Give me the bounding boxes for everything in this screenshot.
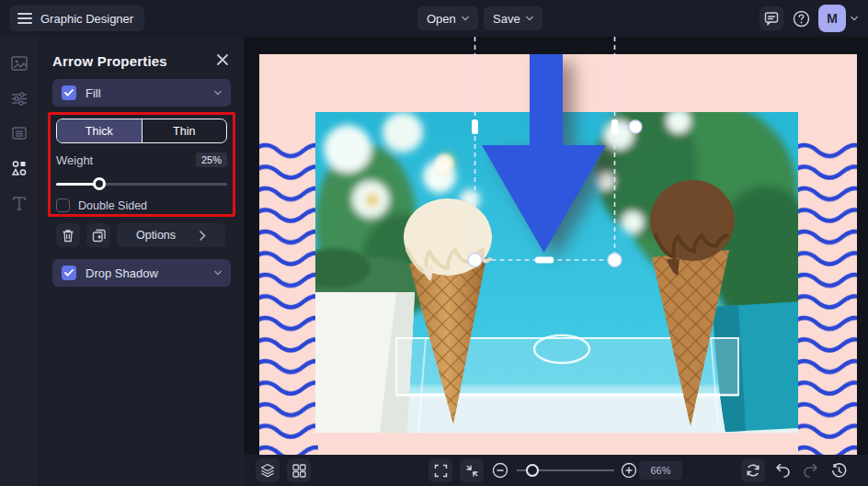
artboard[interactable] xyxy=(259,54,857,455)
plus-circle-icon xyxy=(621,462,637,479)
minus-circle-icon xyxy=(492,462,508,479)
save-button[interactable]: Save xyxy=(484,6,542,30)
undo-button[interactable] xyxy=(771,458,794,482)
fill-label: Fill xyxy=(86,86,205,100)
zoom-slider-thumb[interactable] xyxy=(526,464,539,477)
weight-label: Weight xyxy=(56,153,196,167)
thickness-option-thin[interactable]: Thin xyxy=(142,119,227,142)
weight-slider[interactable] xyxy=(56,176,227,191)
zoom-out-button[interactable] xyxy=(488,458,512,482)
pages-icon xyxy=(10,124,29,142)
drop-shadow-label: Drop Shadow xyxy=(86,266,205,280)
avatar-initial: M xyxy=(827,11,838,26)
layers-button[interactable] xyxy=(256,458,280,482)
weight-value[interactable]: 25% xyxy=(196,153,227,167)
check-icon xyxy=(64,89,74,96)
pages-grid-button[interactable] xyxy=(287,458,311,482)
top-bar: Graphic Designer Open Save M xyxy=(0,0,868,37)
hamburger-icon xyxy=(17,13,32,24)
drop-shadow-checkbox[interactable] xyxy=(62,266,76,280)
layers-icon xyxy=(260,463,275,478)
image-icon xyxy=(10,54,29,73)
options-button-label: Options xyxy=(136,229,176,242)
actions-row: Options xyxy=(56,223,225,247)
sidebar-item-adjustments[interactable] xyxy=(9,88,29,108)
double-sided-checkbox[interactable] xyxy=(56,198,70,212)
chevron-down-icon xyxy=(214,89,222,96)
history-button[interactable] xyxy=(827,458,851,482)
chevron-right-icon xyxy=(200,231,206,241)
history-icon xyxy=(831,463,847,479)
sidebar-item-pages[interactable] xyxy=(9,123,29,143)
redo-icon xyxy=(803,464,818,478)
sidebar-item-text[interactable] xyxy=(9,193,29,213)
app-title: Graphic Designer xyxy=(40,12,133,26)
canvas-viewport[interactable] xyxy=(244,37,868,455)
account-chevron-icon[interactable] xyxy=(851,15,858,22)
duplicate-button[interactable] xyxy=(86,223,110,247)
refresh-button[interactable] xyxy=(741,458,765,482)
save-button-label: Save xyxy=(493,12,520,26)
double-sided-label: Double Sided xyxy=(78,199,147,212)
shrink-icon xyxy=(465,464,479,478)
grid-icon xyxy=(292,464,306,478)
weight-slider-thumb[interactable] xyxy=(93,177,106,190)
delete-button[interactable] xyxy=(56,223,80,247)
adjustments-icon xyxy=(10,89,29,107)
drop-shadow-row[interactable]: Drop Shadow xyxy=(52,259,231,287)
arrow-element[interactable] xyxy=(259,54,857,455)
fullscreen-button[interactable] xyxy=(428,458,452,482)
sidebar-item-shapes[interactable] xyxy=(9,158,29,178)
duplicate-icon xyxy=(92,229,106,243)
panel-title: Arrow Properties xyxy=(52,53,167,69)
arrow-properties-panel: Arrow Properties Fill Thick Thin Weight … xyxy=(40,37,244,486)
help-icon xyxy=(793,10,810,28)
close-icon[interactable] xyxy=(216,53,229,66)
fullscreen-icon xyxy=(434,464,448,478)
thickness-toggle: Thick Thin xyxy=(56,119,227,143)
chevron-down-icon xyxy=(526,15,533,22)
zoom-level[interactable]: 66% xyxy=(639,461,682,480)
shapes-icon xyxy=(10,159,29,177)
zoom-slider[interactable] xyxy=(517,463,614,478)
tool-rail xyxy=(0,37,40,486)
app-menu-button[interactable]: Graphic Designer xyxy=(9,6,144,31)
chevron-down-icon xyxy=(214,269,222,277)
fill-checkbox[interactable] xyxy=(62,85,76,100)
open-button-label: Open xyxy=(427,12,456,26)
options-button[interactable]: Options xyxy=(117,223,225,247)
undo-icon xyxy=(775,464,791,478)
sidebar-item-images[interactable] xyxy=(9,53,29,73)
comments-button[interactable] xyxy=(760,6,783,30)
trash-icon xyxy=(62,229,74,243)
refresh-icon xyxy=(746,463,760,478)
zoom-in-button[interactable] xyxy=(617,458,641,482)
bottom-toolbar: 66% xyxy=(244,455,868,486)
weight-row: Weight 25% xyxy=(56,153,227,167)
redo-button[interactable] xyxy=(798,458,822,482)
chevron-down-icon xyxy=(462,15,469,22)
fill-row[interactable]: Fill xyxy=(52,79,231,107)
text-icon xyxy=(10,194,29,212)
fit-to-screen-button[interactable] xyxy=(460,458,484,482)
check-icon xyxy=(64,269,74,277)
avatar[interactable]: M xyxy=(818,5,846,32)
help-button[interactable] xyxy=(789,6,813,30)
open-button[interactable]: Open xyxy=(417,6,478,30)
thickness-option-thick[interactable]: Thick xyxy=(57,119,142,142)
double-sided-row[interactable]: Double Sided xyxy=(56,198,147,212)
comment-icon xyxy=(764,11,779,26)
